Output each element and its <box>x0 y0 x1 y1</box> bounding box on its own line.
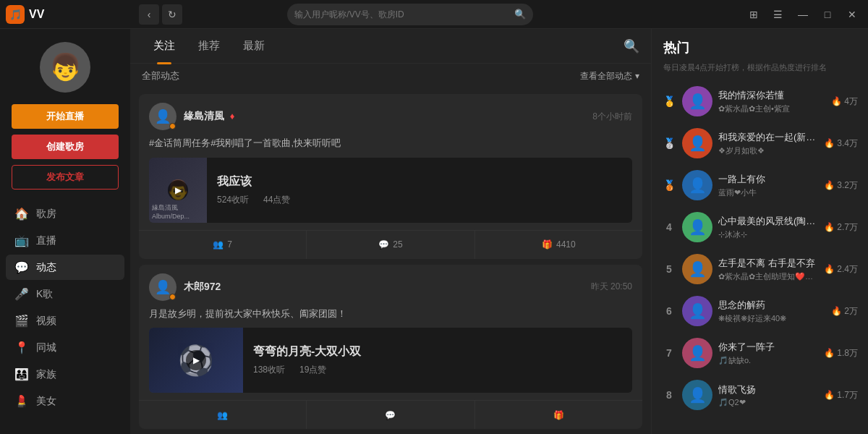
post-action-share[interactable]: 👥 <box>139 401 307 429</box>
user-avatar[interactable]: 👦 <box>40 42 90 93</box>
content-area: 关注 推荐 最新 🔍 全部动态 查看全部动态 ▾ 👤 緣島清 <box>130 29 651 434</box>
hot-song-info: 情歌飞扬 🎵Q2❤ <box>718 383 818 407</box>
post-header: 👤 木郎972 昨天 20:50 <box>139 265 642 307</box>
online-indicator <box>169 123 176 129</box>
mic-icon: 🎤 <box>14 287 29 301</box>
sidebar-item-song-room[interactable]: 🏠 歌房 <box>6 201 124 226</box>
hot-item[interactable]: 4 👤 心中最美的风景线(陶醉版) ⊹沐冰⊹ 🔥 2.7万 <box>658 206 862 248</box>
family-icon: 👨‍👩‍👧 <box>14 367 29 381</box>
tv-icon: 📺 <box>14 234 29 247</box>
fire-icon: 🔥 <box>824 264 835 274</box>
back-button[interactable]: ‹ <box>139 4 159 25</box>
create-room-button[interactable]: 创建歌房 <box>12 135 119 159</box>
sidebar-item-beauty[interactable]: 💄 美女 <box>6 388 124 414</box>
media-title: 我应该 <box>217 174 290 190</box>
grid-button[interactable]: ⊞ <box>744 4 764 25</box>
post-action-comment[interactable]: 💬 25 <box>307 231 475 259</box>
hot-item[interactable]: 🥉 👤 一路上有你 蓝雨❤小牛 🔥 3.2万 <box>658 164 862 206</box>
hot-list: 🥇 👤 我的情深你若懂 ✿紫水晶✿主创•紫宣 🔥 4万 🥈 👤 和我亲爱的在一起… <box>652 80 868 434</box>
play-button[interactable]: ▶ <box>168 180 188 200</box>
search-icon[interactable]: 🔍 <box>514 9 526 20</box>
play-button[interactable]: ▶ <box>186 350 206 370</box>
hot-play-count: 🔥 4万 <box>831 95 858 108</box>
location-icon: 📍 <box>14 341 29 354</box>
post-action-comment[interactable]: 💬 <box>307 401 475 429</box>
hot-rank-number: 🥈 <box>662 137 676 149</box>
hot-artist-name: 蓝雨❤小牛 <box>718 187 818 198</box>
sidebar-item-live[interactable]: 📺 直播 <box>6 228 124 253</box>
post-header: 👤 緣島清風 ♦ 8个小时前 <box>139 94 642 136</box>
sidebar-label-song-room: 歌房 <box>36 208 56 221</box>
sidebar-item-dynamic[interactable]: 💬 动态 <box>6 255 124 280</box>
post-media-thumbnail[interactable]: ⚽ ▶ <box>149 328 243 393</box>
hot-artist-name: ⊹沐冰⊹ <box>718 229 818 240</box>
hot-song-info: 和我亲爱的在一起(新版对唱) ❖岁月如歌❖ <box>718 131 818 156</box>
hot-song-info: 我的情深你若懂 ✿紫水晶✿主创•紫宣 <box>718 89 825 114</box>
hot-item[interactable]: 8 👤 情歌飞扬 🎵Q2❤ 🔥 1.7万 <box>658 374 862 416</box>
post-action-gift[interactable]: 🎁 <box>475 401 642 429</box>
post-action-gift[interactable]: 🎁 4410 <box>475 231 642 259</box>
hot-item[interactable]: 🥇 👤 我的情深你若懂 ✿紫水晶✿主创•紫宣 🔥 4万 <box>658 80 862 122</box>
hot-rank-number: 🥇 <box>662 95 676 107</box>
tab-latest[interactable]: 最新 <box>231 33 276 59</box>
sidebar-label-beauty: 美女 <box>36 395 56 408</box>
app-logo-icon: 🎵 <box>6 5 25 24</box>
sidebar-item-ksong[interactable]: 🎤 K歌 <box>6 281 124 307</box>
close-button[interactable]: ✕ <box>842 4 862 25</box>
logo-area: 🎵 VV <box>6 5 136 24</box>
action-buttons: 开始直播 创建歌房 发布文章 <box>0 104 130 201</box>
fire-icon: 🔥 <box>824 390 835 400</box>
hot-avatar: 👤 <box>682 128 712 158</box>
sidebar-item-family[interactable]: 👨‍👩‍👧 家族 <box>6 362 124 387</box>
hot-song-title: 情歌飞扬 <box>718 383 818 396</box>
sidebar-label-live: 直播 <box>36 234 56 247</box>
hot-item[interactable]: 7 👤 你来了一阵子 🎵缺缺o. 🔥 1.8万 <box>658 332 862 374</box>
minimize-button[interactable]: — <box>793 4 813 25</box>
hot-song-title: 你来了一阵子 <box>718 341 818 354</box>
hot-panel-title: 热门 <box>652 29 868 62</box>
tab-search-icon[interactable]: 🔍 <box>624 38 639 54</box>
hot-play-count: 🔥 3.4万 <box>824 137 858 150</box>
hot-song-info: 你来了一阵子 🎵缺缺o. <box>718 341 818 366</box>
maximize-button[interactable]: □ <box>817 4 838 25</box>
titlebar: 🎵 VV ‹ ↻ 🔍 ⊞ ☰ — □ ✕ <box>0 0 868 29</box>
tab-recommend[interactable]: 推荐 <box>187 33 231 59</box>
feed: 👤 緣島清風 ♦ 8个小时前 #金话筒周任务#我刚唱了一首歌曲,快来听听吧 👨 <box>130 88 651 434</box>
app-logo-text: VV <box>29 8 44 21</box>
hot-song-title: 思念的解药 <box>718 299 825 312</box>
menu-button[interactable]: ☰ <box>768 4 788 25</box>
hot-song-info: 思念的解药 ❋棱祺❋好运来40❋ <box>718 299 825 324</box>
post-media: ⚽ ▶ 弯弯的月亮-大双小双 138收听 19点赞 <box>149 328 632 393</box>
hot-artist-name: ✿紫水晶✿主创助理知❤️朋友 <box>718 271 818 282</box>
refresh-button[interactable]: ↻ <box>162 4 182 25</box>
hot-play-count: 🔥 1.8万 <box>824 347 858 359</box>
chat-icon: 💬 <box>14 260 29 274</box>
post-text: #金话筒周任务#我刚唱了一首歌曲,快来听听吧 <box>139 136 642 158</box>
gift-icon: 🎁 <box>553 410 564 420</box>
chevron-down-icon: ▾ <box>635 71 639 81</box>
fire-icon: 🔥 <box>824 180 835 190</box>
post-action-share[interactable]: 👥 7 <box>139 231 307 259</box>
publish-article-button[interactable]: 发布文章 <box>12 165 119 190</box>
sidebar-item-nearby[interactable]: 📍 同城 <box>6 335 124 360</box>
window-controls: ⊞ ☰ — □ ✕ <box>744 4 862 25</box>
post-text: 月是故乡明，提前祝大家中秋快乐、阖家团圆！ <box>139 307 642 328</box>
share-icon: 👥 <box>217 410 228 420</box>
post-media-thumbnail[interactable]: 👨 ▶ 緣島清風Album/Dep... <box>149 158 207 223</box>
post-media-info: 我应该 524收听 44点赞 <box>207 158 300 223</box>
filter-bar: 全部动态 查看全部动态 ▾ <box>130 64 651 88</box>
hot-item[interactable]: 6 👤 思念的解药 ❋棱祺❋好运来40❋ 🔥 2万 <box>658 290 862 332</box>
start-live-button[interactable]: 开始直播 <box>12 104 119 129</box>
gift-icon: 🎁 <box>542 239 553 250</box>
search-input[interactable] <box>294 9 510 20</box>
hot-item[interactable]: 5 👤 左手是不离 右手是不弃 ✿紫水晶✿主创助理知❤️朋友 🔥 2.4万 <box>658 248 862 290</box>
user-badge: ♦ <box>230 111 235 122</box>
hot-rank-number: 7 <box>662 347 676 359</box>
post-avatar: 👤 <box>149 273 176 301</box>
hot-item[interactable]: 🥈 👤 和我亲爱的在一起(新版对唱) ❖岁月如歌❖ 🔥 3.4万 <box>658 122 862 164</box>
hot-play-count: 🔥 2.7万 <box>824 221 858 234</box>
sidebar-item-video[interactable]: 🎬 视频 <box>6 308 124 333</box>
tab-follow[interactable]: 关注 <box>142 33 187 59</box>
view-all-button[interactable]: 查看全部动态 ▾ <box>580 70 639 82</box>
hot-rank-number: 🥉 <box>662 179 676 191</box>
